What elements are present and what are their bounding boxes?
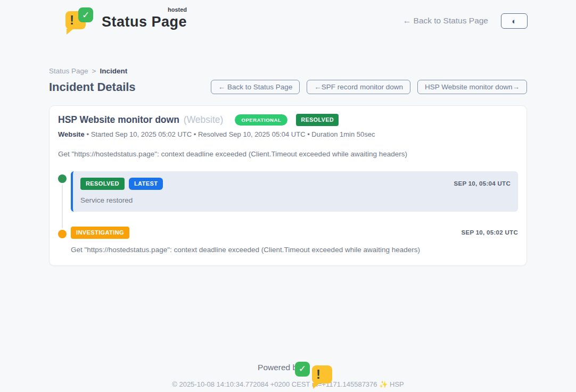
page-footer: Powered by ! ✓ © 2025-10-08 14:10:34.772… [49,362,527,388]
breadcrumb: Status Page>Incident [49,67,527,75]
timeline-entry-head: INVESTIGATING SEP 10, 05:02 UTC [71,227,518,239]
timeline-message: Get "https://hostedstatus.page": context… [71,246,518,254]
timeline-entry: INVESTIGATING SEP 10, 05:02 UTC Get "htt… [58,227,518,254]
incident-meta: Website• Started Sep 10, 2025 05:02 UTC … [58,130,518,138]
half-circle-icon: ◐ [512,16,516,26]
status-page-logo-icon: ! ✓ [65,7,95,34]
incident-card: HSP Website monitor down (Website) OPERA… [49,105,527,266]
incident-title: HSP Website monitor down [58,114,179,126]
latest-badge: LATEST [129,178,163,190]
timeline-badges: INVESTIGATING [71,227,129,239]
timeline-dot-investigating [58,230,67,238]
heading-row: Incident Details ← Back to Status Page ←… [49,80,527,94]
timeline-dot-resolved [58,174,67,183]
exclamation-icon: ! [312,368,320,381]
exclamation-icon: ! [65,14,74,27]
powered-by-row: Powered by ! ✓ [49,362,527,373]
logo-text: Status Page [102,14,187,30]
theme-toggle-button[interactable]: ◐ [501,13,528,29]
resolved-badge: RESOLVED [80,178,125,190]
breadcrumb-current: Incident [100,67,127,75]
breadcrumb-status-page-link[interactable]: Status Page [49,67,88,75]
timeline-timestamp: SEP 10, 05:02 UTC [461,229,518,236]
copyright-text: © 2025-10-08 14:10:34.772084 +0200 CEST … [49,380,527,388]
prev-incident-button[interactable]: ←SPF record monitor down [307,80,410,94]
breadcrumb-separator: > [92,67,96,75]
footer-logo[interactable]: ! ✓ [306,362,318,373]
resolved-state-badge: RESOLVED [296,114,339,126]
incident-meta-text: • Started Sep 10, 2025 05:02 UTC • Resol… [87,130,375,138]
timeline-entry-head: RESOLVED LATEST SEP 10, 05:04 UTC [80,178,511,190]
timeline-entry-content: INVESTIGATING SEP 10, 05:02 UTC Get "htt… [71,227,518,254]
incident-nav-buttons: ← Back to Status Page ←SPF record monito… [211,80,527,94]
check-icon: ✓ [295,362,310,377]
app-logo[interactable]: ! ✓ Status Page hosted [48,7,187,34]
operational-status-badge: OPERATIONAL [235,114,287,126]
incident-subtitle: (Website) [184,114,224,126]
logo-superscript: hosted [168,6,187,13]
next-incident-button[interactable]: HSP Website monitor down→ [417,80,527,94]
logo-text-wrap: Status Page hosted [102,7,187,30]
header-right: ← Back to Status Page ◐ [403,13,528,29]
timeline-timestamp: SEP 10, 05:04 UTC [454,180,511,187]
page-title: Incident Details [49,80,136,94]
incident-component: Website [58,130,85,138]
main-container: Status Page>Incident Incident Details ← … [49,67,527,388]
check-icon: ✓ [78,7,93,22]
back-to-status-page-button[interactable]: ← Back to Status Page [211,80,300,94]
timeline-entry-box: RESOLVED LATEST SEP 10, 05:04 UTC Servic… [71,171,518,212]
timeline-badges: RESOLVED LATEST [80,178,163,190]
header-back-to-status-link[interactable]: ← Back to Status Page [403,16,488,26]
investigating-badge: INVESTIGATING [71,227,129,239]
incident-timeline: RESOLVED LATEST SEP 10, 05:04 UTC Servic… [58,171,518,254]
timeline-message: Service restored [80,196,511,204]
timeline-entry: RESOLVED LATEST SEP 10, 05:04 UTC Servic… [58,171,518,212]
speech-bubble-icon: ! [312,365,332,383]
app-header: ! ✓ Status Page hosted ← Back to Status … [48,0,528,34]
incident-description: Get "https://hostedstatus.page": context… [58,150,518,158]
incident-title-row: HSP Website monitor down (Website) OPERA… [58,114,518,126]
